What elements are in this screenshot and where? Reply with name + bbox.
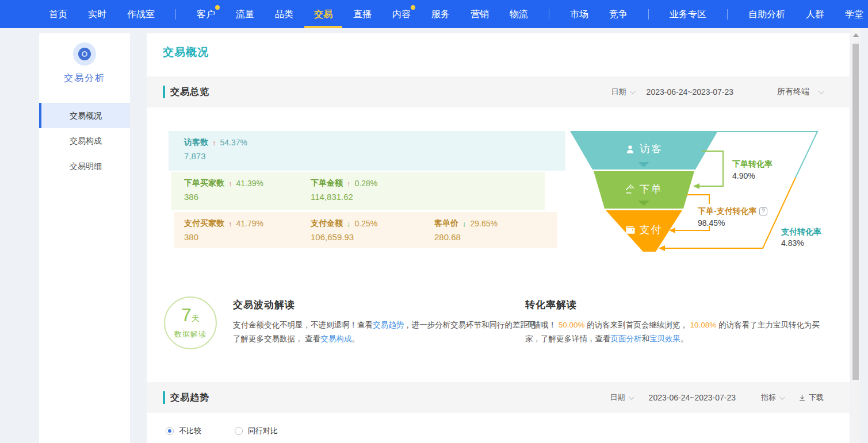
trend-section-header: 交易趋势 日期 2023-06-24~2023-07-23 指标 下载 bbox=[147, 382, 850, 413]
page-analysis-link[interactable]: 页面分析 bbox=[611, 334, 642, 343]
order-conversion-value: 4.90% bbox=[732, 171, 755, 180]
sidebar-title: 交易分析 bbox=[39, 72, 130, 84]
up-arrow-icon: ↑ bbox=[228, 219, 232, 228]
nav-item-service[interactable]: 服务 bbox=[431, 0, 450, 28]
insight-title: 转化率解读 bbox=[525, 298, 847, 311]
nav-item-category[interactable]: 品类 bbox=[275, 0, 293, 28]
wallet-icon bbox=[625, 225, 636, 235]
metric-order-buyers: 下单买家数↑41.39% 386 bbox=[184, 178, 305, 202]
up-arrow-icon: ↑ bbox=[228, 179, 232, 188]
date-range-value[interactable]: 2023-06-24~2023-07-23 bbox=[647, 87, 733, 97]
nav-item-home[interactable]: 首页 bbox=[49, 0, 67, 28]
overview-body: 访客数↑54.37% 7,873 下单买家数↑41.39% 386 下单金额↑0… bbox=[147, 107, 850, 382]
radio-selected-icon bbox=[166, 427, 174, 435]
nav-item-competition[interactable]: 竞争 bbox=[609, 0, 628, 28]
sidebar-item-trade-composition[interactable]: 交易构成 bbox=[39, 128, 130, 153]
sidebar: 交易分析 交易概况 交易构成 交易明细 bbox=[39, 33, 130, 443]
pay-conversion-label: 支付转化率 bbox=[781, 227, 821, 237]
trend-section-title: 交易趋势 bbox=[170, 392, 209, 404]
sidebar-menu: 交易概况 交易构成 交易明细 bbox=[39, 103, 130, 179]
nav-divider bbox=[175, 9, 176, 20]
chevron-down-icon bbox=[629, 394, 634, 400]
main-panel: 交易概况 交易总览 日期 2023-06-24~2023-07-23 所有终端 … bbox=[147, 33, 850, 443]
trend-date-range-value[interactable]: 2023-06-24~2023-07-23 bbox=[649, 393, 736, 402]
trade-analysis-icon bbox=[73, 43, 96, 66]
down-arrow-icon: ↓ bbox=[462, 219, 466, 228]
nav-item-content[interactable]: 内容 bbox=[392, 0, 411, 28]
metric-order-amount: 下单金额↑0.28% 114,831.62 bbox=[311, 178, 431, 202]
download-icon bbox=[798, 394, 806, 402]
sidebar-item-trade-detail[interactable]: 交易明细 bbox=[39, 153, 130, 179]
user-icon bbox=[625, 144, 636, 155]
chevron-down-icon bbox=[819, 88, 824, 94]
insight-text-line: 家，了解更多详情，查看页面分析和宝贝效果。 bbox=[525, 332, 847, 346]
up-arrow-icon: ↑ bbox=[212, 138, 216, 147]
overview-section-header: 交易总览 日期 2023-06-24~2023-07-23 所有终端 bbox=[147, 76, 850, 107]
nav-item-war-room[interactable]: 作战室 bbox=[127, 0, 155, 28]
trade-fluctuation-insight: 交易波动解读 支付金额变化不明显，不进则退啊！查看交易趋势，进一步分析交易环节和… bbox=[233, 298, 509, 346]
nav-item-academy[interactable]: 学堂 bbox=[845, 0, 863, 28]
trend-date-dropdown[interactable]: 日期 bbox=[610, 392, 633, 403]
nav-item-audience[interactable]: 人群 bbox=[806, 0, 824, 28]
down-arrow-icon: ↓ bbox=[347, 219, 351, 228]
terminal-dropdown[interactable]: 所有终端 bbox=[777, 87, 823, 97]
nav-item-trade[interactable]: 交易 bbox=[314, 0, 332, 28]
order-conversion-label: 下单转化率 bbox=[732, 159, 773, 170]
new-badge-dot bbox=[411, 5, 415, 10]
top-nav: 首页 实时 作战室 客户 流量 品类 交易 直播 内容 服务 营销 物流 市场 … bbox=[0, 0, 868, 28]
nav-item-live[interactable]: 直播 bbox=[353, 0, 372, 28]
nav-divider bbox=[549, 9, 549, 20]
pay-conversion-value: 4.83% bbox=[781, 238, 804, 248]
dashboard-screen: 首页 实时 作战室 客户 流量 品类 交易 直播 内容 服务 营销 物流 市场 … bbox=[0, 0, 868, 443]
nav-item-marketing[interactable]: 营销 bbox=[471, 0, 489, 28]
highlight-percent: 10.08% bbox=[690, 321, 717, 329]
overview-section-title: 交易总览 bbox=[170, 86, 209, 98]
insight-text-line: 了解更多交易数据， 查看交易构成。 bbox=[233, 332, 509, 346]
conversion-funnel-chart: 访客 下单 支付 下单转化率 4.90% 下单-支付转化率 ? 98.45% 支 bbox=[567, 129, 825, 261]
order-pay-conversion-value: 98.45% bbox=[698, 218, 725, 228]
metric-select-dropdown[interactable]: 指标 bbox=[761, 392, 783, 403]
metric-row-payments: 支付买家数↑41.79% 380 支付金额↓0.25% 106,659.93 客… bbox=[174, 212, 557, 248]
metric-pay-amount: 支付金额↓0.25% 106,659.93 bbox=[311, 218, 431, 242]
vertical-scrollbar[interactable] bbox=[851, 28, 861, 443]
nav-item-customers[interactable]: 客户 bbox=[197, 0, 215, 28]
radio-no-compare[interactable]: 不比较 bbox=[166, 426, 201, 436]
new-badge-dot bbox=[215, 5, 220, 10]
help-icon[interactable]: ? bbox=[759, 207, 767, 215]
nav-item-realtime[interactable]: 实时 bbox=[88, 0, 106, 28]
radio-unselected-icon bbox=[235, 427, 243, 435]
trade-composition-link[interactable]: 交易构成 bbox=[320, 334, 351, 343]
insight-text-line: 不错哦！ 50.00% 的访客来到首页会继续浏览， 10.08% 的访客看了主力… bbox=[525, 318, 847, 332]
gavel-icon bbox=[625, 184, 636, 194]
nav-item-self-analysis[interactable]: 自助分析 bbox=[748, 0, 785, 28]
conversion-insight: 转化率解读 不错哦！ 50.00% 的访客来到首页会继续浏览， 10.08% 的… bbox=[525, 298, 847, 346]
radio-peer-compare[interactable]: 同行对比 bbox=[235, 426, 278, 436]
highlight-percent: 50.00% bbox=[559, 321, 585, 329]
seven-day-insight-badge: 7天 数据解读 bbox=[164, 296, 217, 349]
nav-item-market[interactable]: 市场 bbox=[570, 0, 588, 28]
trade-trend-link[interactable]: 交易趋势 bbox=[373, 321, 404, 329]
download-button[interactable]: 下载 bbox=[798, 392, 824, 403]
metric-visitor-count: 访客数↑54.37% 7,873 bbox=[184, 137, 305, 161]
nav-divider bbox=[727, 9, 728, 20]
section-accent-bar bbox=[163, 391, 165, 404]
page-title-row: 交易概况 bbox=[147, 33, 850, 76]
trend-body: 不比较 同行对比 bbox=[147, 413, 850, 443]
date-filter-dropdown[interactable]: 日期 bbox=[611, 87, 634, 97]
metric-avg-order-value: 客单价↓29.65% 280.68 bbox=[434, 218, 555, 242]
sidebar-item-trade-overview[interactable]: 交易概况 bbox=[39, 103, 130, 128]
nav-item-business-zone[interactable]: 业务专区 bbox=[670, 0, 706, 28]
funnel-stage-order: 下单 bbox=[567, 182, 721, 196]
order-pay-conversion-label: 下单-支付转化率 ? bbox=[698, 206, 767, 217]
nav-item-traffic[interactable]: 流量 bbox=[236, 0, 254, 28]
scrollbar-up-arrow-icon[interactable] bbox=[853, 33, 859, 37]
chevron-down-icon bbox=[779, 394, 785, 400]
compare-radio-group: 不比较 同行对比 bbox=[166, 426, 278, 436]
scrollbar-thumb[interactable] bbox=[852, 44, 859, 380]
nav-item-logistics[interactable]: 物流 bbox=[510, 0, 528, 28]
nav-divider bbox=[648, 9, 649, 20]
metric-row-visitors: 访客数↑54.37% 7,873 bbox=[169, 131, 565, 171]
page-title: 交易概况 bbox=[163, 45, 209, 60]
insight-title: 交易波动解读 bbox=[233, 298, 509, 311]
item-effect-link[interactable]: 宝贝效果 bbox=[649, 334, 680, 343]
